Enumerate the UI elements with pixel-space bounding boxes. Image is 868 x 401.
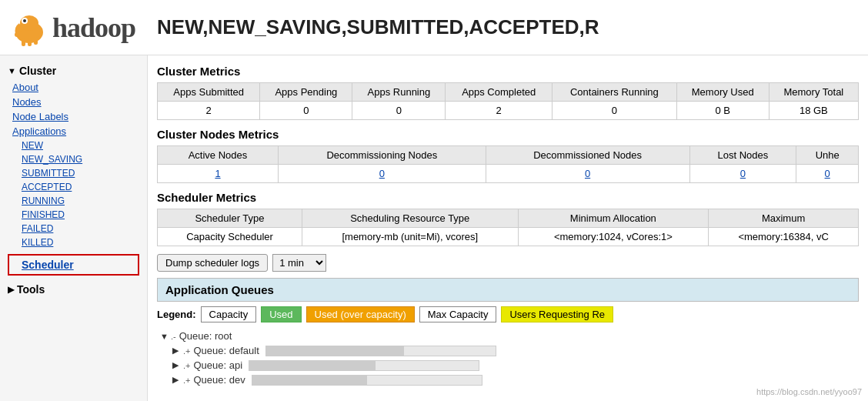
queue-api-capacity-bar [249,361,376,370]
col-min-allocation: Minimum Allocation [518,209,709,228]
val-unhealthy[interactable]: 0 [796,165,859,183]
cluster-metrics-table: Apps Submitted Apps Pending Apps Running… [157,82,859,120]
col-apps-pending: Apps Pending [260,83,352,102]
queue-dev-row[interactable]: ▶ .+ Queue: dev [157,373,859,387]
col-apps-submitted: Apps Submitted [158,83,260,102]
queue-default-expander[interactable]: ▶ [172,346,180,356]
tools-arrow-icon: ▶ [8,285,14,295]
sidebar-item-accepted[interactable]: ACCEPTED [0,180,147,194]
sidebar-item-nodes[interactable]: Nodes [0,95,147,109]
col-memory-total: Memory Total [769,83,858,102]
queue-default-row[interactable]: ▶ .+ Queue: default [157,343,859,358]
queue-api-bar [249,360,479,371]
val-apps-pending: 0 [260,102,352,120]
tools-section-header[interactable]: ▶ Tools [0,280,147,299]
legend-used: Used [261,306,301,322]
val-memory-total: 18 GB [769,102,858,120]
val-decommissioned[interactable]: 0 [486,165,689,183]
queue-api-expander[interactable]: ▶ [172,360,180,370]
val-decommissioning[interactable]: 0 [278,165,486,183]
page-title: NEW,NEW_SAVING,SUBMITTED,ACCEPTED,R [157,15,599,39]
col-decommissioned: Decommissioned Nodes [486,146,689,165]
sidebar-item-failed[interactable]: FAILED [0,222,147,236]
col-decommissioning: Decommissioning Nodes [278,146,486,165]
dump-scheduler-logs-button[interactable]: Dump scheduler logs [157,254,268,272]
col-apps-running: Apps Running [352,83,446,102]
queue-api-row[interactable]: ▶ .+ Queue: api [157,358,859,373]
svg-rect-6 [28,38,32,46]
watermark-text: https://blog.csdn.net/yyoo97 [756,387,862,396]
val-apps-completed: 2 [446,102,553,120]
queue-root-row[interactable]: ▼ .- Queue: root [157,329,859,343]
dump-interval-select[interactable]: 1 min 5 min 10 min [272,254,326,272]
sidebar-item-node-labels[interactable]: Node Labels [0,109,147,124]
val-apps-submitted: 2 [158,102,260,120]
val-maximum: <memory:16384, vC [709,228,859,246]
val-scheduling-resource: [memory-mb (unit=Mi), vcores] [302,228,518,246]
sidebar-item-about[interactable]: About [0,80,147,95]
queue-root-name: Queue: root [179,330,232,342]
queue-dev-icon: .+ [183,376,190,385]
sidebar-item-new[interactable]: NEW [0,139,147,152]
col-containers-running: Containers Running [553,83,677,102]
svg-rect-5 [22,38,25,46]
legend-capacity: Capacity [201,306,257,322]
queue-api-icon: .+ [183,361,190,370]
sidebar-item-finished[interactable]: FINISHED [0,208,147,222]
queue-default-name: Queue: default [193,345,259,356]
hadoop-logo-text: hadoop [52,12,135,44]
legend-max-capacity: Max Capacity [419,306,497,322]
queue-legend: Legend: Capacity Used Used (over capacit… [157,306,859,322]
sidebar-item-new-saving[interactable]: NEW_SAVING [0,152,147,166]
sidebar-item-scheduler[interactable]: Scheduler [8,254,139,276]
sidebar: ▼ Cluster About Nodes Node Labels Applic… [0,55,148,401]
queue-api-name: Queue: api [193,359,242,371]
svg-rect-7 [34,37,38,45]
cluster-arrow-icon: ▼ [8,66,16,75]
queue-dev-name: Queue: dev [193,374,245,386]
queue-default-bar [265,346,496,356]
col-scheduler-type: Scheduler Type [158,209,302,228]
cluster-nodes-title: Cluster Nodes Metrics [157,128,859,141]
sidebar-item-running[interactable]: RUNNING [0,194,147,208]
queue-tree: ▼ .- Queue: root ▶ .+ Queue: default ▶ .… [157,329,859,387]
scheduler-metrics-row: Capacity Scheduler [memory-mb (unit=Mi),… [158,228,859,246]
queue-root-icon: .- [171,332,176,341]
legend-requesting: Users Requesting Re [501,306,613,322]
val-active-nodes[interactable]: 1 [158,165,279,183]
svg-point-3 [23,19,26,22]
sidebar-item-applications[interactable]: Applications [0,124,147,139]
main-content: Cluster Metrics Apps Submitted Apps Pend… [148,55,868,401]
cluster-section-header[interactable]: ▼ Cluster [0,62,147,80]
queue-root-expander[interactable]: ▼ [160,332,168,341]
val-memory-used: 0 B [676,102,769,120]
sidebar-item-killed[interactable]: KILLED [0,236,147,249]
val-min-allocation: <memory:1024, vCores:1> [518,228,709,246]
app-header: hadoop NEW,NEW_SAVING,SUBMITTED,ACCEPTED… [0,0,868,55]
main-layout: ▼ Cluster About Nodes Node Labels Applic… [0,55,868,401]
cluster-label: Cluster [19,65,56,77]
scheduler-controls: Dump scheduler logs 1 min 5 min 10 min [157,254,859,272]
queue-dev-bar [252,375,482,386]
queue-default-icon: .+ [183,346,190,356]
svg-point-8 [15,32,19,37]
cluster-nodes-row: 1 0 0 0 0 [158,165,859,183]
scheduler-metrics-table: Scheduler Type Scheduling Resource Type … [157,209,859,246]
val-lost[interactable]: 0 [689,165,796,183]
cluster-metrics-title: Cluster Metrics [157,65,859,78]
tools-label: Tools [17,283,45,296]
col-apps-completed: Apps Completed [446,83,553,102]
sidebar-item-submitted[interactable]: SUBMITTED [0,166,147,180]
hadoop-elephant-icon [9,8,49,48]
val-scheduler-type: Capacity Scheduler [158,228,302,246]
col-lost-nodes: Lost Nodes [689,146,796,165]
col-unhealthy: Unhe [796,146,859,165]
queue-dev-expander[interactable]: ▶ [172,375,180,385]
app-queues-header: Application Queues [157,278,859,302]
col-scheduling-resource: Scheduling Resource Type [302,209,518,228]
cluster-metrics-row: 2 0 0 2 0 0 B 18 GB [158,102,859,120]
val-apps-running: 0 [352,102,446,120]
legend-label: Legend: [157,309,196,320]
col-memory-used: Memory Used [676,83,769,102]
queue-default-capacity-bar [266,346,404,356]
